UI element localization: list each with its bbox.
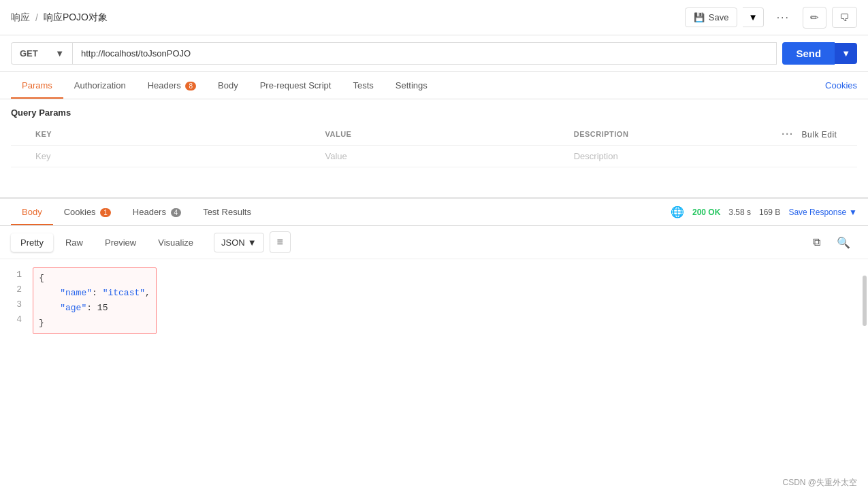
url-input[interactable] [72, 42, 777, 65]
format-raw-button[interactable]: Raw [56, 233, 93, 252]
row-desc-cell[interactable]: Description [566, 146, 774, 167]
request-tabs: Params Authorization Headers 8 Body Pre-… [0, 72, 868, 99]
bulk-edit-button[interactable]: Bulk Edit [802, 130, 837, 139]
method-select[interactable]: GET ▼ [11, 42, 72, 65]
th-key: KEY [27, 123, 317, 146]
tab-authorization-label: Authorization [74, 80, 126, 90]
close-brace: } [39, 318, 44, 328]
tab-cookies[interactable]: Cookies [825, 72, 857, 99]
row-value-cell[interactable]: Value [317, 146, 565, 167]
format-visualize-button[interactable]: Visualize [148, 233, 203, 252]
line-number-1: 1 [11, 267, 22, 282]
code-line-2: "name": "itcast", [39, 288, 150, 298]
code-line-3: "age": 15 [39, 303, 108, 313]
open-brace: { [39, 273, 44, 283]
format-preview-button[interactable]: Preview [95, 233, 146, 252]
response-tab-cookies[interactable]: Cookies 1 [53, 199, 122, 225]
table-more-icon[interactable]: ··· [782, 129, 794, 139]
status-badge: 200 OK [692, 208, 720, 217]
tab-pre-request-script-label: Pre-request Script [260, 80, 332, 90]
code-line-4: } [39, 318, 44, 328]
format-preview-label: Preview [105, 237, 136, 248]
search-button[interactable]: 🔍 [830, 232, 857, 253]
cookies-label: Cookies [825, 80, 857, 90]
format-visualize-label: Visualize [158, 237, 193, 248]
response-size: 169 B [759, 208, 780, 217]
copy-icon: ⧉ [813, 236, 820, 248]
line-number-3: 3 [11, 297, 22, 312]
response-tab-body[interactable]: Body [11, 199, 53, 225]
breadcrumb-separator: / [35, 12, 38, 23]
response-meta: 🌐 200 OK 3.58 s 169 B Save Response ▼ [671, 205, 857, 218]
tab-authorization[interactable]: Authorization [63, 72, 137, 99]
tab-settings[interactable]: Settings [385, 72, 438, 99]
response-tab-headers[interactable]: Headers 4 [122, 199, 192, 225]
headers-count-badge: 4 [171, 208, 182, 217]
response-tab-cookies-label: Cookies [64, 207, 96, 217]
globe-icon: 🌐 [671, 205, 684, 218]
edit-button[interactable]: ✏ [803, 7, 826, 29]
filter-icon: ≡ [277, 236, 283, 248]
line-numbers: 1 2 3 4 [0, 259, 27, 342]
chevron-down-icon: ▼ [55, 48, 64, 59]
cookies-count-badge: 1 [100, 208, 111, 217]
tab-settings-label: Settings [396, 80, 428, 90]
tab-pre-request-script[interactable]: Pre-request Script [249, 72, 342, 99]
response-time: 3.58 s [728, 208, 751, 217]
key-age: "age" [60, 303, 86, 313]
row-action-cell [773, 146, 857, 167]
save-response-label: Save Response [788, 208, 846, 217]
table-row: Key Value Description [11, 146, 857, 167]
tab-tests-label: Tests [353, 80, 373, 90]
url-bar: GET ▼ Send ▼ [0, 35, 868, 72]
response-tab-test-results-label: Test Results [203, 207, 251, 217]
code-block: { "name": "itcast", "age": 15 } [33, 267, 157, 334]
save-response-button[interactable]: Save Response ▼ [788, 208, 857, 217]
ellipsis-icon: ··· [777, 12, 790, 23]
tab-tests[interactable]: Tests [342, 72, 384, 99]
line-number-4: 4 [11, 312, 22, 327]
send-dropdown-button[interactable]: ▼ [835, 43, 857, 64]
val-15: 15 [97, 303, 108, 313]
code-area: 1 2 3 4 { "name": "itcast", "age": 15 [0, 259, 868, 342]
tab-params[interactable]: Params [11, 72, 63, 99]
filter-button[interactable]: ≡ [270, 231, 291, 253]
format-raw-label: Raw [65, 237, 83, 248]
json-format-select[interactable]: JSON ▼ [214, 233, 264, 252]
response-tabs: Body Cookies 1 Headers 4 Test Results 🌐 … [0, 199, 868, 226]
key-name: "name" [60, 288, 92, 298]
th-actions: ··· Bulk Edit [773, 123, 857, 146]
query-params-title: Query Params [11, 108, 857, 118]
breadcrumb: 响应 / 响应POJO对象 [11, 12, 108, 24]
row-key-cell[interactable]: Key [27, 146, 317, 167]
save-label: Save [709, 12, 729, 22]
response-toolbar: Pretty Raw Preview Visualize JSON ▼ ≡ ⧉ … [0, 226, 868, 259]
code-content[interactable]: { "name": "itcast", "age": 15 } [27, 259, 162, 342]
save-dropdown-button[interactable]: ▼ [743, 7, 763, 27]
tab-headers-label: Headers [148, 80, 181, 90]
params-table: KEY VALUE DESCRIPTION ··· Bulk Edit Key … [11, 123, 857, 167]
breadcrumb-parent: 响应 [11, 12, 30, 24]
chevron-down-icon: ▼ [841, 48, 850, 59]
scrollbar-thumb[interactable] [863, 276, 867, 325]
tab-headers[interactable]: Headers 8 [137, 72, 207, 99]
method-label: GET [20, 48, 38, 59]
comment-icon: 🗨 [839, 12, 850, 23]
save-button[interactable]: 💾 Save [685, 7, 738, 27]
tab-body[interactable]: Body [207, 72, 249, 99]
response-tab-test-results[interactable]: Test Results [192, 199, 262, 225]
format-pretty-label: Pretty [20, 237, 44, 248]
send-button[interactable]: Send [782, 42, 835, 65]
chevron-down-icon: ▼ [748, 12, 757, 22]
params-section: Query Params KEY VALUE DESCRIPTION ··· B… [0, 99, 868, 176]
comment-button[interactable]: 🗨 [832, 7, 857, 28]
val-itcast: "itcast" [103, 288, 145, 298]
format-pretty-button[interactable]: Pretty [11, 233, 53, 252]
response-tab-headers-label: Headers [133, 207, 166, 217]
header: 响应 / 响应POJO对象 💾 Save ▼ ··· ✏ 🗨 [0, 0, 868, 35]
watermark: CSDN @失重外太空 [782, 477, 857, 489]
line-number-2: 2 [11, 282, 22, 297]
json-format-arrow: ▼ [248, 237, 257, 248]
copy-button[interactable]: ⧉ [806, 232, 827, 252]
more-options-button[interactable]: ··· [769, 7, 797, 29]
